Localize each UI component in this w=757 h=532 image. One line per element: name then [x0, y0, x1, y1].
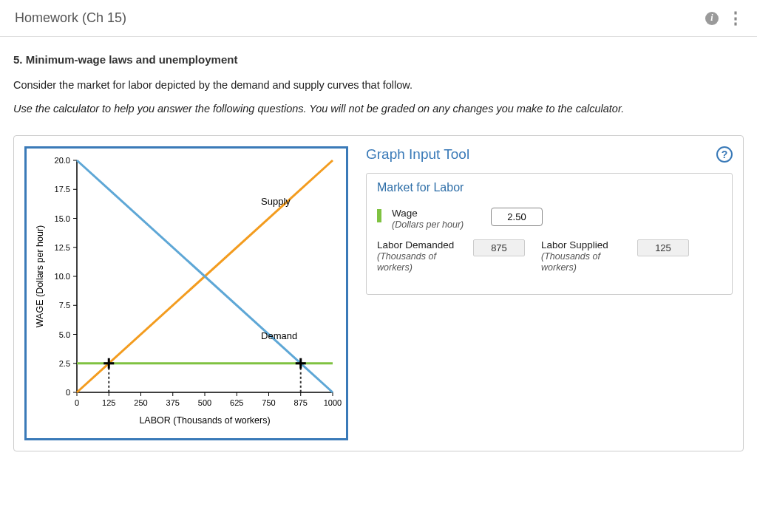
svg-text:250: 250: [134, 398, 147, 407]
svg-text:17.5: 17.5: [55, 185, 70, 194]
tool-tab-label: Market for Labor: [367, 174, 732, 202]
wage-swatch-icon: [377, 209, 381, 222]
svg-text:2.5: 2.5: [59, 359, 70, 368]
labor-supplied-value: 125: [637, 239, 689, 256]
svg-text:375: 375: [166, 398, 180, 407]
svg-text:875: 875: [294, 398, 308, 407]
svg-text:WAGE (Dollars per hour): WAGE (Dollars per hour): [35, 225, 45, 327]
labor-supplied-label: Labor Supplied (Thousands of workers): [541, 239, 630, 273]
header-actions: i ⋮: [705, 12, 742, 25]
svg-text:LABOR (Thousands of workers): LABOR (Thousands of workers): [139, 415, 270, 426]
question-description: Consider the market for labor depicted b…: [13, 79, 744, 91]
tool-fields: Wage (Dollars per hour) Labor Demanded (…: [367, 202, 732, 294]
svg-text:15.0: 15.0: [55, 214, 70, 223]
svg-text:1000: 1000: [324, 398, 342, 407]
svg-text:12.5: 12.5: [55, 243, 70, 252]
svg-text:125: 125: [102, 398, 115, 407]
help-icon[interactable]: ?: [716, 146, 733, 163]
svg-text:750: 750: [262, 398, 275, 407]
wage-field-row: Wage (Dollars per hour): [377, 208, 722, 231]
svg-text:625: 625: [230, 398, 243, 407]
tool-title: Graph Input Tool: [366, 146, 733, 163]
svg-text:0: 0: [66, 388, 70, 397]
labor-demanded-value: 875: [473, 239, 525, 256]
more-icon[interactable]: ⋮: [727, 15, 742, 22]
svg-text:0: 0: [75, 398, 79, 407]
question-title: 5. Minimum-wage laws and unemployment: [13, 53, 744, 66]
svg-text:10.0: 10.0: [55, 272, 70, 281]
graph-input-tool: ? Graph Input Tool Market for Labor Wage…: [366, 146, 733, 295]
labor-demanded-row: Labor Demanded (Thousands of workers) 87…: [377, 239, 525, 273]
labor-demanded-label: Labor Demanded (Thousands of workers): [377, 239, 466, 273]
chart[interactable]: 02.55.07.510.012.515.017.520.00125250375…: [31, 153, 342, 434]
wage-label: Wage (Dollars per hour): [392, 208, 481, 231]
wage-input[interactable]: [491, 208, 543, 226]
info-icon[interactable]: i: [705, 12, 719, 25]
question-content: 5. Minimum-wage laws and unemployment Co…: [0, 37, 757, 468]
chart-frame: 02.55.07.510.012.515.017.520.00125250375…: [24, 146, 348, 440]
page-title: Homework (Ch 15): [15, 10, 126, 26]
svg-text:20.0: 20.0: [55, 156, 70, 165]
svg-text:5.0: 5.0: [59, 330, 70, 339]
question-instruction: Use the calculator to help you answer th…: [13, 103, 744, 115]
svg-text:500: 500: [198, 398, 211, 407]
svg-text:Supply: Supply: [261, 196, 291, 207]
tool-panel: 02.55.07.510.012.515.017.520.00125250375…: [13, 135, 744, 451]
svg-text:Demand: Demand: [261, 330, 297, 341]
tool-tab-box: Market for Labor Wage (Dollars per hour)…: [366, 173, 733, 295]
svg-text:7.5: 7.5: [59, 301, 70, 310]
page-header: Homework (Ch 15) i ⋮: [0, 0, 757, 37]
labor-supplied-row: Labor Supplied (Thousands of workers) 12…: [541, 239, 689, 273]
